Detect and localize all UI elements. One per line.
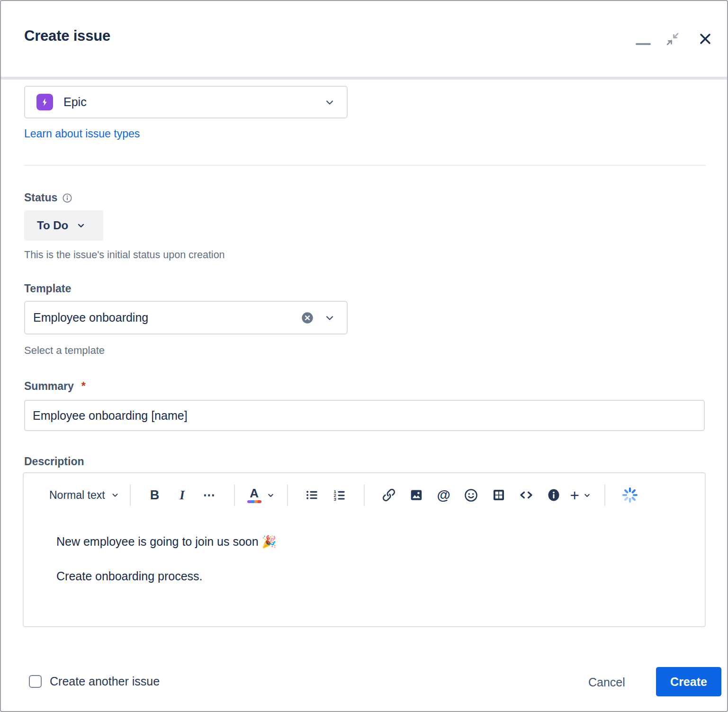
- required-asterisk: *: [81, 380, 86, 393]
- info-icon[interactable]: [62, 193, 72, 203]
- mention-icon[interactable]: @: [434, 485, 453, 505]
- chevron-down-icon: [267, 491, 275, 499]
- header-divider: [1, 77, 728, 80]
- minimize-icon[interactable]: [636, 43, 651, 45]
- template-helper-text: Select a template: [24, 344, 105, 357]
- insert-more-dropdown[interactable]: +: [570, 487, 591, 503]
- editor-toolbar: Normal text B I ⋯ A: [24, 484, 705, 506]
- create-issue-modal: Create issue Epic Learn about issue ty: [0, 0, 728, 712]
- toolbar-separator: [604, 485, 605, 506]
- create-button[interactable]: Create: [656, 667, 721, 696]
- summary-field-label: Summary*: [24, 380, 86, 393]
- create-another-checkbox[interactable]: [29, 675, 42, 688]
- toolbar-separator: [234, 485, 235, 506]
- text-style-dropdown[interactable]: Normal text: [49, 489, 119, 502]
- chevron-down-icon: [324, 312, 335, 324]
- page-title: Create issue: [24, 27, 110, 45]
- close-icon[interactable]: [697, 30, 714, 47]
- italic-icon[interactable]: I: [173, 485, 192, 505]
- image-icon[interactable]: [407, 485, 426, 505]
- toolbar-separator: [287, 485, 288, 506]
- toolbar-separator: [130, 485, 131, 506]
- issue-type-select[interactable]: Epic: [24, 86, 348, 118]
- status-dropdown[interactable]: To Do: [24, 210, 103, 241]
- description-paragraph: New employee is going to join us soon 🎉: [56, 535, 686, 549]
- learn-about-issue-types-link[interactable]: Learn about issue types: [24, 127, 140, 140]
- status-label-text: Status: [24, 191, 57, 204]
- summary-label-text: Summary: [24, 380, 74, 393]
- chevron-down-icon: [583, 491, 591, 499]
- numbered-list-icon[interactable]: 1 2 3: [330, 485, 349, 505]
- code-icon[interactable]: [517, 485, 536, 505]
- loading-spinner-icon: [620, 485, 640, 505]
- svg-text:3: 3: [333, 496, 336, 502]
- more-formatting-icon[interactable]: ⋯: [200, 485, 219, 505]
- section-divider: [24, 165, 706, 166]
- table-icon[interactable]: [489, 485, 508, 505]
- summary-input[interactable]: [24, 400, 705, 431]
- status-field-label: Status: [24, 191, 72, 204]
- template-field-label: Template: [24, 282, 71, 295]
- text-style-value: Normal text: [49, 489, 105, 502]
- chevron-down-icon: [111, 491, 119, 499]
- text-color-icon: A: [247, 487, 261, 503]
- create-another-label: Create another issue: [50, 675, 160, 688]
- info-panel-icon[interactable]: [544, 485, 563, 505]
- cancel-button[interactable]: Cancel: [583, 673, 631, 692]
- description-paragraph: Create onboarding process.: [56, 569, 686, 583]
- chevron-down-icon: [76, 221, 86, 230]
- template-select[interactable]: Employee onboarding: [24, 301, 348, 334]
- collapse-window-icon[interactable]: [663, 30, 682, 49]
- chevron-down-icon: [324, 97, 335, 108]
- issue-type-value: Epic: [63, 95, 324, 109]
- template-value: Employee onboarding: [33, 311, 301, 324]
- emoji-icon[interactable]: [462, 485, 481, 505]
- plus-icon: +: [570, 487, 579, 503]
- bold-icon[interactable]: B: [145, 485, 164, 505]
- description-editor[interactable]: Normal text B I ⋯ A: [23, 472, 706, 627]
- description-field-label: Description: [24, 455, 84, 468]
- clear-template-icon[interactable]: [301, 311, 314, 324]
- text-color-dropdown[interactable]: A: [247, 487, 275, 503]
- status-helper-text: This is the issue's initial status upon …: [24, 249, 225, 261]
- epic-icon: [36, 94, 53, 110]
- link-icon[interactable]: [379, 485, 398, 505]
- toolbar-separator: [364, 485, 365, 506]
- editor-content[interactable]: New employee is going to join us soon 🎉 …: [56, 535, 686, 604]
- status-value: To Do: [37, 219, 68, 232]
- create-another-issue-option[interactable]: Create another issue: [29, 675, 160, 688]
- bullet-list-icon[interactable]: [303, 485, 322, 505]
